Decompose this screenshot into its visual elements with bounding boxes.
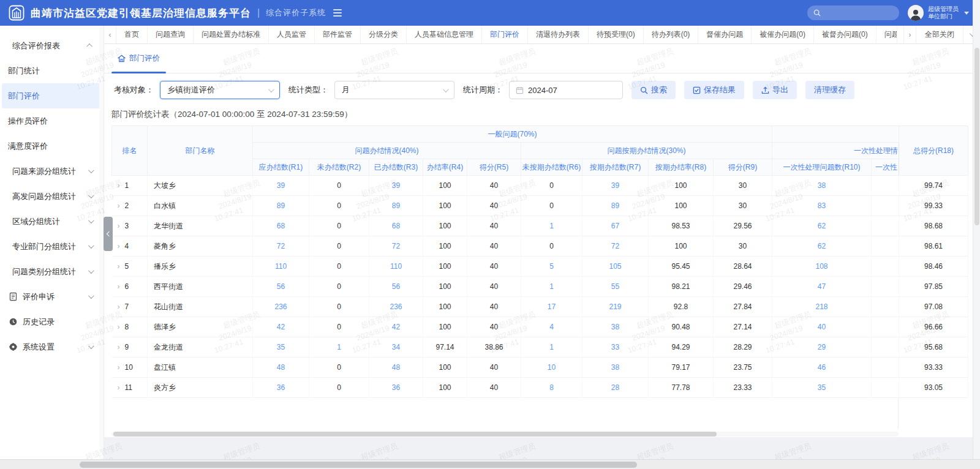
tab-0[interactable]: 首页 (116, 26, 148, 43)
sidebar-item-5[interactable]: 问题来源分组统计 (0, 159, 104, 184)
stat-type-select[interactable]: 月 (334, 81, 454, 99)
expand-row-icon[interactable]: › (118, 201, 120, 210)
tab-3[interactable]: 人员监管 (269, 26, 315, 43)
sidebar-item-8[interactable]: 专业部门分组统计 (0, 234, 104, 259)
sidebar-item-2[interactable]: 部门评价 (2, 83, 102, 108)
value-link[interactable]: 42 (392, 323, 400, 331)
expand-row-icon[interactable]: › (118, 262, 120, 271)
value-link[interactable]: 38 (611, 363, 619, 372)
expand-row-icon[interactable]: › (118, 181, 120, 190)
tab-7[interactable]: 部门评价 (482, 26, 528, 43)
value-link[interactable]: 8 (549, 383, 554, 392)
sidebar-item-12[interactable]: 系统设置 (0, 334, 104, 359)
sidebar-item-6[interactable]: 高发问题分组统计 (0, 184, 104, 209)
value-link[interactable]: 36 (392, 383, 400, 392)
value-link[interactable]: 55 (611, 282, 619, 291)
tab-12[interactable]: 被催办问题(0) (752, 26, 814, 43)
tab-11[interactable]: 督催办问题 (698, 26, 752, 43)
value-link[interactable]: 72 (277, 242, 285, 250)
tab-4[interactable]: 部件监管 (315, 26, 361, 43)
table-horizontal-scrollbar[interactable] (111, 432, 899, 437)
value-link[interactable]: 35 (277, 343, 285, 351)
expand-row-icon[interactable]: › (118, 282, 120, 291)
value-link[interactable]: 83 (818, 201, 826, 210)
value-link[interactable]: 10 (548, 363, 556, 372)
sidebar-item-9[interactable]: 问题类别分组统计 (0, 259, 104, 284)
row-expand-and-rank[interactable]: ›1 (112, 176, 148, 196)
sidebar-collapse-handle[interactable] (104, 217, 113, 251)
sidebar-item-3[interactable]: 操作员评价 (0, 108, 104, 133)
value-link[interactable]: 1 (549, 222, 554, 230)
value-link[interactable]: 29 (818, 343, 826, 351)
stat-period-input[interactable]: 2024-07 (509, 81, 623, 99)
value-link[interactable]: 110 (275, 262, 287, 271)
tab-1[interactable]: 问题查询 (148, 26, 194, 43)
tab-scroll-right-icon[interactable]: › (903, 26, 916, 43)
value-link[interactable]: 72 (611, 242, 619, 250)
value-link[interactable]: 89 (611, 201, 619, 210)
value-link[interactable]: 33 (611, 343, 619, 351)
value-link[interactable]: 68 (392, 222, 400, 230)
sidebar-item-1[interactable]: 部门统计 (0, 58, 104, 83)
value-link[interactable]: 34 (392, 343, 400, 351)
value-link[interactable]: 218 (816, 302, 828, 311)
header-search-input[interactable] (824, 9, 886, 17)
expand-row-icon[interactable]: › (118, 343, 120, 351)
export-button[interactable]: 导出 (753, 81, 797, 99)
value-link[interactable]: 108 (816, 262, 828, 271)
value-link[interactable]: 89 (392, 201, 400, 210)
value-link[interactable]: 5 (549, 262, 554, 271)
user-menu[interactable]: 超级管理员 单位部门 (908, 5, 969, 21)
page-hscroll-thumb[interactable] (80, 462, 637, 468)
expand-row-icon[interactable]: › (118, 242, 120, 250)
sidebar-item-10[interactable]: 评价申诉 (0, 284, 104, 309)
value-link[interactable]: 1 (549, 343, 554, 351)
tab-scroll-left-icon[interactable]: ‹ (104, 26, 116, 43)
value-link[interactable]: 62 (818, 222, 826, 230)
value-link[interactable]: 72 (392, 242, 400, 250)
value-link[interactable]: 1 (549, 282, 554, 291)
sidebar-item-4[interactable]: 满意度评价 (0, 133, 104, 159)
value-link[interactable]: 236 (390, 302, 402, 311)
value-link[interactable]: 38 (611, 323, 619, 331)
sidebar-item-11[interactable]: 历史记录 (0, 309, 104, 334)
row-expand-and-rank[interactable]: ›7 (112, 297, 148, 317)
value-link[interactable]: 39 (392, 181, 400, 190)
value-link[interactable]: 56 (392, 282, 400, 291)
value-link[interactable]: 110 (390, 262, 402, 271)
row-expand-and-rank[interactable]: ›10 (112, 358, 148, 378)
sidebar-item-7[interactable]: 区域分组统计 (0, 209, 104, 234)
search-button[interactable]: 搜索 (631, 81, 676, 99)
save-results-button[interactable]: 保存结果 (684, 81, 744, 99)
value-link[interactable]: 38 (818, 181, 826, 190)
value-link[interactable]: 39 (611, 181, 619, 190)
value-link[interactable]: 42 (277, 323, 285, 331)
value-link[interactable]: 67 (611, 222, 619, 230)
value-link[interactable]: 17 (548, 302, 556, 311)
value-link[interactable]: 40 (818, 323, 826, 331)
row-expand-and-rank[interactable]: ›8 (112, 317, 148, 337)
row-expand-and-rank[interactable]: ›2 (112, 196, 148, 216)
value-link[interactable]: 68 (277, 222, 285, 230)
value-link[interactable]: 236 (274, 302, 287, 311)
close-all-tabs-button[interactable]: 全部关闭 (916, 26, 963, 43)
value-link[interactable]: 219 (609, 302, 621, 311)
page-vertical-scrollbar[interactable] (973, 0, 980, 459)
table-scrollbar-thumb[interactable] (113, 432, 717, 437)
page-vscroll-thumb[interactable] (974, 48, 979, 225)
sidebar-item-0[interactable]: 综合评价报表 (0, 33, 104, 58)
tab-9[interactable]: 待预受理(0) (589, 26, 644, 43)
menu-icon[interactable] (333, 9, 342, 17)
value-link[interactable]: 105 (609, 262, 621, 271)
tab-10[interactable]: 待办列表(0) (644, 26, 699, 43)
value-link[interactable]: 35 (818, 383, 826, 392)
value-link[interactable]: 28 (611, 383, 619, 392)
tab-8[interactable]: 清退待办列表 (528, 26, 589, 43)
expand-row-icon[interactable]: › (118, 302, 120, 311)
value-link[interactable]: 47 (818, 282, 826, 291)
sidebar-scrollbar[interactable] (99, 26, 104, 459)
tab-14[interactable]: 问题 (876, 26, 897, 43)
row-expand-and-rank[interactable]: ›4 (112, 236, 148, 257)
expand-row-icon[interactable]: › (118, 323, 120, 331)
page-horizontal-scrollbar[interactable] (0, 459, 980, 469)
